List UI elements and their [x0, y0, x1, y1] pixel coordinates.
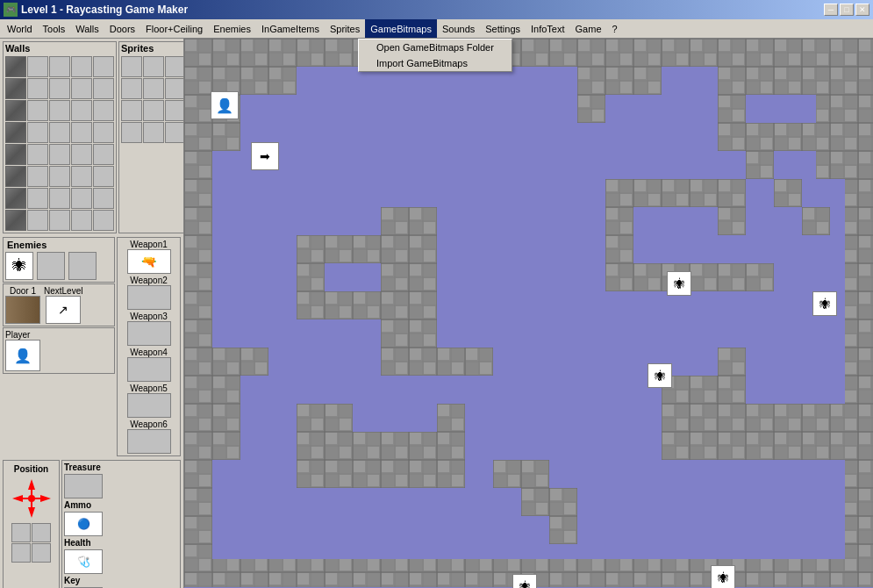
dropdown-import[interactable]: Import GameBitmaps: [359, 55, 512, 71]
menu-gamebitmaps[interactable]: GameBitmaps: [365, 19, 437, 38]
weapon5-image[interactable]: [127, 393, 171, 418]
menu-game[interactable]: Game: [570, 19, 607, 38]
sprite-cell[interactable]: [121, 78, 142, 99]
wall-cell[interactable]: [5, 144, 26, 165]
wall-cell[interactable]: [49, 144, 70, 165]
wall-cell[interactable]: [49, 122, 70, 143]
pos-cell[interactable]: [32, 523, 51, 542]
wall-cell[interactable]: [93, 188, 114, 209]
wall-cell[interactable]: [27, 210, 48, 231]
ammo-image[interactable]: 🔵: [64, 512, 103, 536]
map-canvas[interactable]: 👤 ➡ 🕷 🕷 🕷 🕷 🕷 🕷: [184, 39, 873, 588]
wall-cell[interactable]: [5, 122, 26, 143]
pos-cell[interactable]: [11, 523, 31, 542]
wall-cell[interactable]: [71, 122, 92, 143]
svg-rect-42: [493, 460, 549, 488]
sprite-cell[interactable]: [165, 122, 184, 143]
svg-rect-45: [212, 348, 268, 376]
wall-cell[interactable]: [71, 100, 92, 121]
wall-cell[interactable]: [93, 78, 114, 99]
sprite-cell[interactable]: [121, 56, 142, 77]
walls-section: Walls: [3, 41, 117, 233]
menu-floor-ceiling[interactable]: Floor+Ceiling: [140, 19, 208, 38]
menu-sounds[interactable]: Sounds: [437, 19, 480, 38]
wall-cell[interactable]: [5, 78, 26, 99]
wall-cell[interactable]: [71, 188, 92, 209]
minimize-button[interactable]: ─: [824, 4, 838, 16]
health-image[interactable]: 🩺: [64, 549, 103, 574]
wall-cell[interactable]: [49, 56, 70, 77]
wall-cell[interactable]: [71, 56, 92, 77]
player-image[interactable]: 👤: [5, 340, 40, 371]
wall-cell[interactable]: [93, 210, 114, 231]
menu-walls[interactable]: Walls: [70, 19, 104, 38]
enemy-cell[interactable]: [68, 252, 97, 280]
wall-cell[interactable]: [49, 100, 70, 121]
wall-cell[interactable]: [93, 122, 114, 143]
wall-cell[interactable]: [93, 100, 114, 121]
menu-settings[interactable]: Settings: [480, 19, 526, 38]
nextlevel-image[interactable]: ↗: [46, 296, 81, 324]
wall-cell[interactable]: [71, 78, 92, 99]
sprite-cell[interactable]: [121, 100, 142, 121]
wall-cell[interactable]: [5, 166, 26, 187]
enemy-cell[interactable]: [37, 252, 65, 280]
dropdown-open-folder[interactable]: Open GameBitmaps Folder: [359, 39, 512, 55]
svg-marker-2: [12, 495, 23, 502]
sprite-cell[interactable]: [143, 78, 164, 99]
wall-cell[interactable]: [93, 144, 114, 165]
svg-rect-43: [521, 488, 577, 516]
wall-cell[interactable]: [93, 56, 114, 77]
menu-ingameitems[interactable]: InGameItems: [256, 19, 325, 38]
svg-rect-41: [718, 348, 746, 404]
wall-cell[interactable]: [93, 166, 114, 187]
wall-cell[interactable]: [49, 78, 70, 99]
wall-cell[interactable]: [5, 210, 26, 231]
weapon3-image[interactable]: [127, 321, 171, 346]
wall-cell[interactable]: [5, 188, 26, 209]
app-icon: 🎮: [4, 3, 18, 17]
sprite-cell[interactable]: [143, 56, 164, 77]
wall-cell[interactable]: [71, 210, 92, 231]
enemy-cell[interactable]: 🕷: [5, 252, 33, 280]
wall-cell[interactable]: [27, 166, 48, 187]
wall-cell[interactable]: [27, 122, 48, 143]
menu-doors[interactable]: Doors: [104, 19, 140, 38]
weapon6-image[interactable]: [127, 429, 171, 454]
close-button[interactable]: ✕: [855, 4, 869, 16]
menu-world[interactable]: World: [2, 19, 38, 38]
maximize-button[interactable]: □: [840, 4, 854, 16]
sprite-cell[interactable]: [121, 122, 142, 143]
wall-cell[interactable]: [27, 144, 48, 165]
sprite-cell[interactable]: [165, 100, 184, 121]
weapon1-image[interactable]: 🔫: [127, 249, 171, 274]
wall-cell[interactable]: [27, 56, 48, 77]
door1-image[interactable]: [5, 296, 40, 324]
pos-cell[interactable]: [32, 543, 51, 563]
weapon4-image[interactable]: [127, 357, 171, 382]
menu-infotext[interactable]: InfoText: [526, 19, 570, 38]
menu-tools[interactable]: Tools: [38, 19, 71, 38]
wall-cell[interactable]: [27, 100, 48, 121]
weapon2-image[interactable]: [127, 285, 171, 310]
wall-cell[interactable]: [5, 56, 26, 77]
menu-sprites[interactable]: Sprites: [325, 19, 365, 38]
svg-marker-3: [40, 495, 51, 502]
pos-cell[interactable]: [11, 543, 31, 563]
sprite-cell[interactable]: [143, 122, 164, 143]
wall-cell[interactable]: [71, 166, 92, 187]
menu-enemies[interactable]: Enemies: [208, 19, 256, 38]
sprite-cell[interactable]: [165, 78, 184, 99]
treasure-image[interactable]: [64, 474, 103, 498]
sprite-cell[interactable]: [165, 56, 184, 77]
menu-help[interactable]: ?: [607, 19, 623, 38]
wall-cell[interactable]: [49, 188, 70, 209]
wall-cell[interactable]: [27, 188, 48, 209]
svg-marker-0: [28, 479, 35, 490]
wall-cell[interactable]: [71, 144, 92, 165]
sprite-cell[interactable]: [143, 100, 164, 121]
wall-cell[interactable]: [49, 210, 70, 231]
wall-cell[interactable]: [49, 166, 70, 187]
wall-cell[interactable]: [5, 100, 26, 121]
wall-cell[interactable]: [27, 78, 48, 99]
